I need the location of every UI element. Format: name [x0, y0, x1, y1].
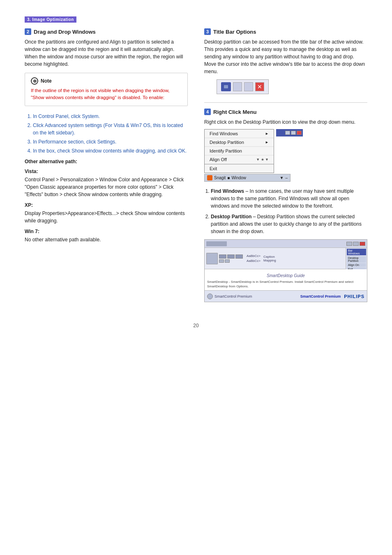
sd-footer-left: SmartControl Premium	[207, 294, 252, 299]
section3-badge: 3	[204, 28, 211, 35]
smartdesktop-screenshot: AaBbCc>AaBbCc> CaptionMapping Bar Window…	[204, 239, 367, 302]
section4-badge: 4	[204, 109, 211, 115]
steps-list: In Control Panel, click System. Click Ad…	[25, 113, 188, 155]
sd-tb-btn1	[346, 242, 352, 246]
sd-ribbon-btn2	[227, 254, 235, 259]
section2-para1: Once the partitions are configured and A…	[25, 38, 188, 68]
sd-panel-title: Bar Windows	[347, 249, 366, 255]
sd-ribbon-sm1	[219, 259, 224, 263]
section4-title: 4 Right Click Menu	[204, 109, 367, 115]
sd-tb-btn2	[353, 242, 359, 246]
sd-smartcontrol-label: SmartControl Premium	[214, 294, 252, 298]
vista-heading: Vista:	[25, 169, 188, 174]
sd-smartcontrol-brand: SmartControl Premium	[300, 294, 341, 298]
section-header: 3. Image Optimization	[25, 16, 76, 23]
ctx-identify-partition[interactable]: Identify Partition	[205, 147, 274, 155]
sd-logo-area	[206, 241, 227, 246]
item-find-windows: Find Windows – In some cases, the user m…	[211, 187, 367, 210]
sd-footer: SmartControl Premium SmartControl Premiu…	[205, 290, 367, 302]
sd-ribbon-text: AaBbCc>AaBbCc>	[247, 254, 261, 263]
titlebar-btn-minimize	[233, 82, 242, 91]
sd-ribbon-btn3	[235, 254, 243, 259]
page: 3. Image Optimization 2 Drag and Drop Wi…	[0, 0, 392, 555]
ctx-max-btn	[291, 131, 296, 135]
titlebar-mockup: ✕	[217, 79, 367, 94]
vista-text: Control Panel > Personalization > Window…	[25, 176, 188, 198]
note-text: If the outline of the region is not visi…	[31, 87, 182, 102]
snagit-icon	[207, 175, 212, 180]
sd-footer-icon	[207, 294, 213, 299]
section2-title: 2 Drag and Drop Windows	[25, 28, 188, 35]
step-1: In Control Panel, click System.	[33, 113, 188, 120]
sd-tb-close	[360, 242, 365, 246]
section3-title: 3 Title Bar Options	[204, 28, 367, 35]
section3-para1: Desktop partition can be accessed from t…	[204, 38, 367, 75]
sd-ribbon-icon1	[206, 253, 218, 264]
right-column: 3 Title Bar Options Desktop partition ca…	[204, 28, 367, 306]
sd-ribbon: AaBbCc>AaBbCc> CaptionMapping Bar Window…	[205, 248, 367, 269]
philips-logo: PHILIPS	[344, 294, 364, 299]
step-2: Click Advanced system settings (For Vist…	[33, 122, 188, 136]
item-desktop-partition: Desktop Partition – Desktop Partition sh…	[211, 213, 367, 235]
sd-guide-text: SmartDesktop Guide	[207, 273, 364, 278]
context-menu-mockup: Find Windows► Desktop Partition► Identif…	[204, 129, 303, 182]
snagit-bar: Snagit ■ Window ▼ –	[204, 174, 291, 182]
divider1	[204, 102, 367, 103]
context-window-titlebar	[276, 129, 303, 136]
left-column: 2 Drag and Drop Windows Once the partiti…	[25, 28, 188, 306]
note-icon: ⊕	[31, 77, 38, 85]
ctx-close-btn	[297, 131, 302, 135]
page-number: 20	[25, 323, 367, 328]
ctx-align-off[interactable]: Align Off ▼ ★ ▼	[205, 155, 274, 164]
step-4: In the box, check Show window contents w…	[33, 147, 188, 155]
sd-ribbon-sm2	[225, 259, 230, 263]
alt-path-heading: Other alternative path:	[25, 159, 188, 164]
sd-content: SmartDesktop Guide SmartDesktop - SmartD…	[205, 269, 367, 290]
titlebar-btn-close: ✕	[255, 82, 264, 91]
win7-text: No other alternative path available.	[25, 236, 188, 243]
section4-para1: Right click on the Desktop Partition ico…	[204, 118, 367, 126]
note-title: ⊕ Note	[31, 77, 182, 85]
note-box: ⊕ Note If the outline of the region is n…	[25, 73, 188, 106]
win7-heading: Win 7:	[25, 229, 188, 234]
sd-ribbon-options: CaptionMapping	[263, 255, 276, 262]
section4-list: Find Windows – In some cases, the user m…	[204, 187, 367, 235]
sd-ribbon-btn1	[219, 254, 226, 259]
xp-heading: XP:	[25, 202, 188, 208]
sd-panel-item1: Desktop Partition	[347, 256, 366, 263]
sd-panel-item2: Align On	[347, 263, 366, 267]
ctx-desktop-partition[interactable]: Desktop Partition►	[205, 138, 274, 147]
ctx-exit[interactable]: Exit	[205, 164, 274, 173]
sd-desc-text: SmartDesktop - SmartDesktop is in SmartC…	[207, 280, 364, 289]
sd-toolbar	[205, 240, 367, 248]
section2-badge: 2	[25, 28, 31, 35]
xp-text: Display Properties>Appearance>Effects...…	[25, 210, 188, 224]
ctx-min-btn	[285, 131, 290, 135]
titlebar-btn-maximize	[244, 82, 253, 91]
ctx-find-windows[interactable]: Find Windows►	[205, 130, 274, 138]
context-menu-body: Find Windows► Desktop Partition► Identif…	[204, 129, 274, 173]
sd-footer-right: SmartControl Premium PHILIPS	[300, 294, 364, 299]
titlebar-icon1	[221, 82, 231, 91]
step-3: In Performance section, click Settings.	[33, 138, 188, 146]
